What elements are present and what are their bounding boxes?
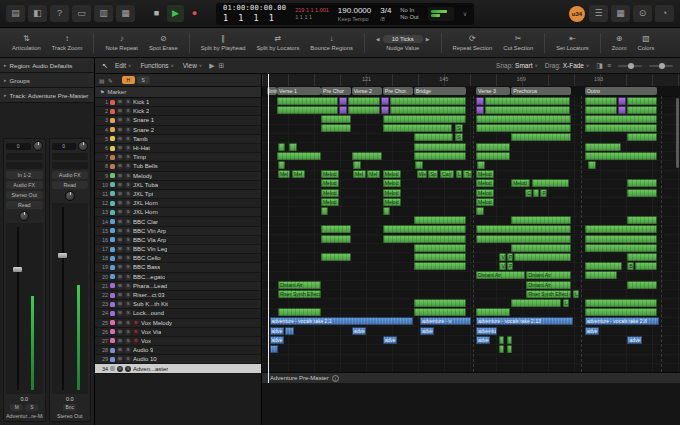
midi-region[interactable]: [476, 124, 571, 132]
midi-region[interactable]: [585, 124, 657, 132]
track-row[interactable]: 28MSAudio 9: [95, 346, 261, 355]
record-button[interactable]: ●: [186, 5, 203, 22]
mute-button[interactable]: M: [117, 283, 123, 289]
midi-region-p[interactable]: P: [540, 189, 546, 197]
toolbar-button-zoom[interactable]: ⊕Zoom: [612, 34, 627, 51]
midi-region-melod[interactable]: Melod: [476, 189, 494, 197]
automation-mode-button[interactable]: Read: [52, 181, 89, 189]
midi-region[interactable]: [627, 216, 657, 224]
quick-help-icon[interactable]: ?: [50, 5, 69, 22]
midi-region-distant-air[interactable]: Distant Air: [278, 281, 321, 289]
solo-button[interactable]: S: [125, 329, 131, 335]
midi-region-mel[interactable]: Mel: [353, 170, 366, 178]
midi-region[interactable]: [321, 253, 352, 261]
midi-region-melod[interactable]: Melod: [321, 189, 339, 197]
midi-region[interactable]: [353, 161, 361, 169]
audio-region[interactable]: [285, 327, 293, 335]
mute-button[interactable]: M: [117, 329, 123, 335]
midi-region[interactable]: [277, 97, 338, 105]
solo-button[interactable]: S: [125, 163, 131, 169]
track-row[interactable]: 23MSSub K...th Kit: [95, 300, 261, 309]
midi-region[interactable]: [507, 345, 512, 353]
midi-region[interactable]: [618, 97, 626, 105]
midi-region[interactable]: [627, 179, 657, 187]
track-row[interactable]: 24MSLock...ound: [95, 309, 261, 318]
midi-region[interactable]: [477, 161, 485, 169]
catch-playhead-icon[interactable]: ▶: [209, 62, 214, 70]
smart-controls-icon[interactable]: ▭: [72, 5, 91, 22]
toolbar-button-split-by-playhead[interactable]: ∥Split by Playhead: [201, 34, 246, 51]
mute-button[interactable]: M: [117, 136, 123, 142]
record-enable-button[interactable]: R: [133, 320, 139, 326]
midi-region[interactable]: [585, 143, 621, 151]
midi-region[interactable]: [414, 133, 454, 141]
slider-knob[interactable]: [628, 63, 634, 69]
snap-menu[interactable]: Snap: Smart ∨: [496, 62, 538, 69]
solo-button[interactable]: S: [125, 255, 131, 261]
solo-button[interactable]: S: [125, 228, 131, 234]
midi-region[interactable]: [532, 179, 569, 187]
midi-region[interactable]: [511, 244, 571, 252]
marker-prechorus[interactable]: Prechorus: [511, 87, 571, 95]
solo-button[interactable]: S: [125, 246, 131, 252]
midi-region[interactable]: [390, 106, 466, 114]
solo-button[interactable]: S: [125, 347, 131, 353]
mute-button[interactable]: M: [117, 200, 123, 206]
mute-button[interactable]: M: [117, 264, 123, 270]
solo-button[interactable]: S: [125, 264, 131, 270]
mute-button[interactable]: M: [117, 292, 123, 298]
audio-region-adventure-v[interactable]: adventure - v: [420, 317, 471, 325]
midi-region-melod[interactable]: Melod: [383, 189, 401, 197]
midi-region-melod[interactable]: Melod: [383, 170, 401, 178]
midi-region[interactable]: [627, 281, 657, 289]
midi-in-icon[interactable]: ⊞: [219, 62, 225, 70]
region-inspector-header[interactable]: ▸ Region: Audio Defaults: [0, 58, 94, 73]
midi-region[interactable]: [414, 308, 467, 316]
midi-region[interactable]: [476, 106, 484, 114]
toolbar-button-note-repeat[interactable]: ♪Note Repeat: [105, 34, 138, 51]
toolbar-button-split-by-locators[interactable]: ⇄Split by Locators: [256, 34, 299, 51]
midi-region-b[interactable]: B: [627, 262, 633, 270]
strip-button-bnc[interactable]: Bnc: [63, 404, 76, 411]
midi-region[interactable]: [499, 336, 504, 344]
midi-region[interactable]: [321, 207, 329, 215]
mute-button[interactable]: M: [117, 163, 123, 169]
mute-button[interactable]: M: [117, 173, 123, 179]
midi-region-mel[interactable]: Mel: [278, 170, 291, 178]
track-row[interactable]: 29MSAudio 10: [95, 355, 261, 364]
midi-region[interactable]: [414, 299, 467, 307]
solo-button[interactable]: S: [125, 366, 131, 372]
volume-fader[interactable]: [52, 203, 89, 394]
toolbar-button-track-zoom[interactable]: ↕Track Zoom: [52, 34, 83, 51]
mute-button[interactable]: M: [117, 219, 123, 225]
fader-handle[interactable]: [58, 253, 67, 258]
toolbar-button-spot-erase[interactable]: ⊘Spot Erase: [149, 34, 178, 51]
midi-region[interactable]: [289, 143, 297, 151]
toolbar-button-repeat-section[interactable]: ⟳Repeat Section: [453, 34, 493, 51]
midi-region[interactable]: [381, 97, 389, 105]
playhead[interactable]: [268, 74, 269, 383]
track-sort-icon[interactable]: ▤: [99, 77, 105, 84]
track-header-button-h[interactable]: H: [122, 76, 135, 84]
midi-region[interactable]: [476, 115, 571, 123]
track-row[interactable]: 12MSJXL Horn: [95, 199, 261, 208]
midi-region[interactable]: [414, 152, 467, 160]
midi-region[interactable]: [321, 124, 352, 132]
audio-region-adventure-vocals-take-2-13[interactable]: adventure - vocals take 2.13: [476, 317, 573, 325]
track-row[interactable]: 22MSRiser...ct 03: [95, 291, 261, 300]
solo-button[interactable]: S: [125, 283, 131, 289]
midi-region[interactable]: [348, 97, 380, 105]
lcd-dropdown-caret-icon[interactable]: ∨: [463, 10, 467, 17]
record-enable-button[interactable]: R: [133, 338, 139, 344]
solo-button[interactable]: S: [125, 191, 131, 197]
strip-button-s[interactable]: S: [25, 404, 38, 411]
volume-fader[interactable]: [6, 223, 43, 394]
midi-region[interactable]: [511, 299, 561, 307]
midi-region[interactable]: [507, 336, 512, 344]
automation-mode-button[interactable]: Read: [6, 201, 43, 209]
midi-region[interactable]: [476, 152, 510, 160]
zoom-presets-icon[interactable]: ≡: [607, 62, 611, 70]
midi-region-can[interactable]: Can': [440, 170, 454, 178]
user-badge[interactable]: u34: [569, 6, 585, 22]
solo-button[interactable]: S: [125, 200, 131, 206]
